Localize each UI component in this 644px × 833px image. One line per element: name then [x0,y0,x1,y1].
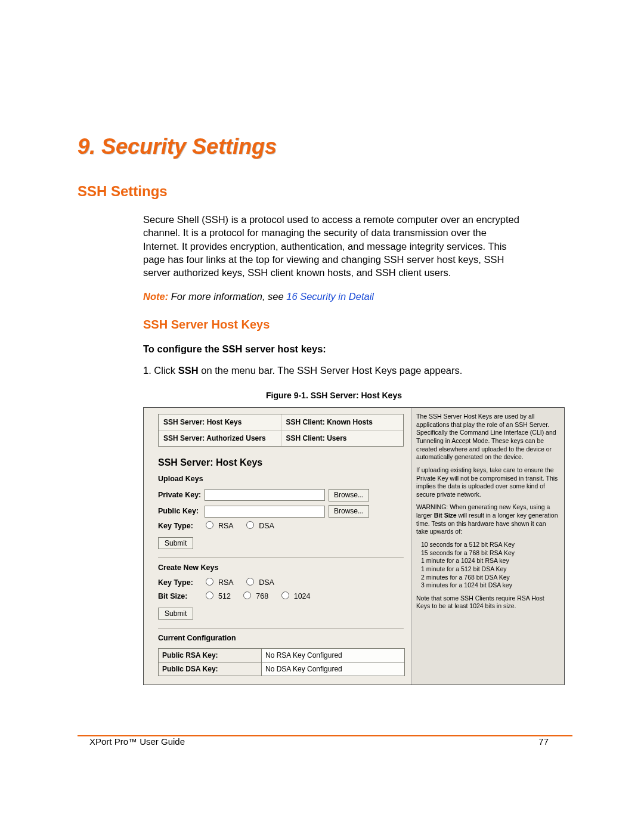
row-public-key: Public Key: Browse... [158,505,404,518]
radio-label-768: 768 [256,592,268,600]
footer: XPort Pro™ User Guide 77 [89,736,549,747]
step-1-bold: SSH [178,365,199,376]
radio-create-rsa[interactable] [206,578,213,586]
tab-ssh-server-authorized-users[interactable]: SSH Server: Authorized Users [159,431,281,446]
label-private-key: Private Key: [158,490,205,500]
radio-label-1024: 1024 [294,592,311,600]
radio-upload-dsa[interactable] [246,521,254,529]
side-timing-list: 10 seconds for a 512 bit RSA Key 15 seco… [421,541,559,590]
current-config-table: Public RSA Key: No RSA Key Configured Pu… [158,648,405,676]
section-ssh-settings: SSH Settings [78,183,566,200]
radiogroup-bit-size: 512 768 1024 [205,592,320,602]
cfg-row-dsa: Public DSA Key: No DSA Key Configured [159,662,404,676]
note-text: For more information, see [168,291,286,302]
cfg-label-dsa: Public DSA Key: [159,662,262,676]
cfg-label-rsa: Public RSA Key: [159,649,262,662]
page: 9. Security Settings SSH Settings Secure… [0,0,644,833]
timing-2: 15 seconds for a 768 bit RSA Key [421,549,559,558]
submit-upload-button[interactable]: Submit [158,537,193,549]
browse-private-key-button[interactable]: Browse... [329,489,369,501]
label-key-type: Key Type: [158,521,205,531]
body: Secure Shell (SSH) is a protocol used to… [143,213,525,685]
configure-intro: To configure the SSH server host keys: [143,342,525,355]
panel-title: SSH Server: Host Keys [158,456,404,469]
side-p1: The SSH Server Host Keys are used by all… [416,413,559,462]
label-create-key-type: Key Type: [158,578,205,588]
radio-create-dsa[interactable] [246,578,254,586]
side-p3-bold: Bit Size [434,512,457,519]
radio-label-create-dsa: DSA [259,578,274,587]
cfg-value-rsa: No RSA Key Configured [262,649,404,662]
create-keys-heading: Create New Keys [158,563,404,573]
radiogroup-create-key-type: RSA DSA [205,578,284,588]
note-label: Note: [143,291,168,302]
row-create-key-type: Key Type: RSA DSA [158,578,404,588]
current-config-heading: Current Configuration [158,633,404,643]
timing-4: 1 minute for a 512 bit DSA Key [421,565,559,574]
radio-label-512: 512 [218,592,231,600]
row-private-key: Private Key: Browse... [158,489,404,501]
radio-768[interactable] [243,592,251,599]
upload-keys-heading: Upload Keys [158,474,404,484]
side-p2: If uploading existing keys, take care to… [416,466,559,499]
radio-label-create-rsa: RSA [218,578,234,587]
row-bit-size: Bit Size: 512 768 1024 [158,592,404,602]
subsection-ssh-server-host-keys: SSH Server Host Keys [143,317,525,333]
step-1: 1. Click SSH on the menu bar. The SSH Se… [143,364,525,377]
note: Note: For more information, see 16 Secur… [143,290,525,303]
label-public-key: Public Key: [158,506,205,516]
separator-2 [158,628,404,628]
submit-create-button[interactable]: Submit [158,608,193,620]
input-public-key[interactable] [205,506,325,518]
intro-paragraph: Secure Shell (SSH) is a protocol used to… [143,213,525,279]
note-link[interactable]: 16 Security in Detail [286,291,374,302]
chapter-title: 9. Security Settings [78,134,566,159]
radio-label-dsa: DSA [259,522,274,530]
tab-bar: SSH Server: Host Keys SSH Client: Known … [158,414,404,447]
cfg-row-rsa: Public RSA Key: No RSA Key Configured [159,649,404,662]
input-private-key[interactable] [205,489,325,501]
label-bit-size: Bit Size: [158,592,205,602]
figure-caption: Figure 9-1. SSH Server: Host Keys [143,390,525,401]
tab-ssh-client-users[interactable]: SSH Client: Users [281,431,404,446]
step-1-prefix: 1. Click [143,365,178,376]
side-p4: Note that some SSH Clients require RSA H… [416,594,559,611]
figure-main-panel: SSH Server: Host Keys SSH Client: Known … [144,408,411,685]
cfg-value-dsa: No DSA Key Configured [262,662,404,676]
radiogroup-upload-key-type: RSA DSA [205,521,284,531]
footer-title: XPort Pro™ User Guide [89,736,185,747]
tab-ssh-server-host-keys[interactable]: SSH Server: Host Keys [159,414,281,430]
page-number: 77 [538,736,549,747]
radio-upload-rsa[interactable] [206,521,213,529]
timing-5: 2 minutes for a 768 bit DSA Key [421,574,559,582]
radio-label-rsa: RSA [218,522,234,530]
separator [158,558,404,558]
timing-3: 1 minute for a 1024 bit RSA key [421,557,559,565]
browse-public-key-button[interactable]: Browse... [329,505,369,518]
side-p3: WARNING: When generating new Keys, using… [416,503,559,536]
figure-side-help: The SSH Server Host Keys are used by all… [411,408,564,685]
figure-ssh-host-keys: SSH Server: Host Keys SSH Client: Known … [143,407,565,685]
tab-ssh-client-known-hosts[interactable]: SSH Client: Known Hosts [281,414,404,430]
step-1-suffix: on the menu bar. The SSH Server Host Key… [199,365,463,376]
row-upload-key-type: Key Type: RSA DSA [158,521,404,531]
timing-1: 10 seconds for a 512 bit RSA Key [421,541,559,549]
radio-1024[interactable] [281,592,289,599]
timing-6: 3 minutes for a 1024 bit DSA key [421,581,559,590]
radio-512[interactable] [206,592,213,599]
